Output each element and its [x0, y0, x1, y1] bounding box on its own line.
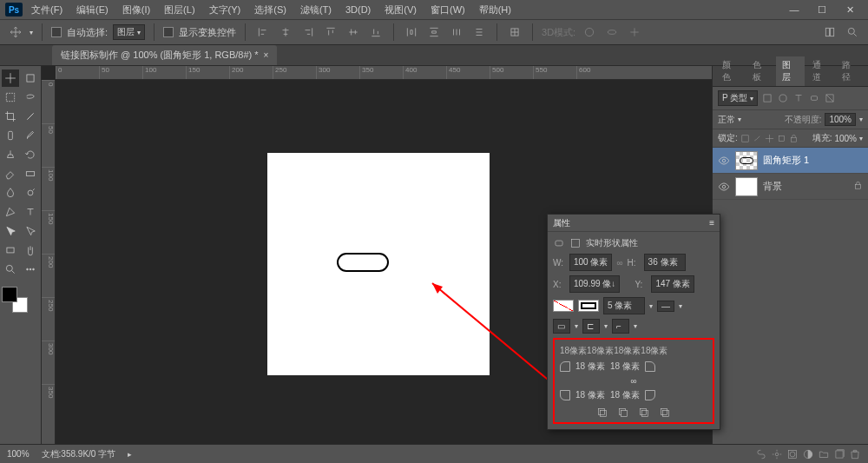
ruler-vertical[interactable]: 0 50 100 150 200 250 300 350	[42, 80, 56, 444]
lock-position-icon[interactable]	[765, 134, 774, 143]
stroke-corner-dropdown[interactable]: ⌐	[612, 319, 629, 334]
dodge-tool[interactable]	[22, 184, 39, 202]
gradient-tool[interactable]	[22, 165, 39, 182]
properties-panel[interactable]: 属性 ≡ 实时形状属性 W: 100 像素 ∞ H: 36 像素 X: 109.…	[547, 214, 720, 430]
path-exclude-icon[interactable]	[659, 407, 671, 419]
search-icon[interactable]	[844, 23, 861, 41]
lock-all-icon[interactable]	[789, 134, 799, 143]
corner-tr-field[interactable]: 18 像素	[610, 360, 640, 373]
path-combine-icon[interactable]	[596, 407, 608, 419]
artboard-tool[interactable]	[22, 69, 39, 87]
rectangle-tool[interactable]	[2, 241, 19, 259]
3d-rotate-icon[interactable]	[581, 23, 598, 41]
menu-window[interactable]: 窗口(W)	[425, 2, 470, 18]
menu-help[interactable]: 帮助(H)	[474, 2, 516, 18]
filter-type-icon[interactable]	[792, 92, 805, 104]
height-field[interactable]: 36 像素	[644, 254, 686, 271]
corner-br-field[interactable]: 18 像素	[610, 389, 640, 401]
panel-tab-layers[interactable]: 图层	[776, 56, 805, 86]
lock-trans-icon[interactable]	[740, 134, 750, 143]
foreground-color-swatch[interactable]	[2, 287, 17, 302]
menu-edit[interactable]: 编辑(E)	[71, 2, 114, 18]
clone-stamp-tool[interactable]	[2, 146, 19, 163]
move-tool[interactable]	[2, 69, 19, 87]
move-tool-icon[interactable]	[7, 23, 24, 41]
corner-tl-field[interactable]: 18 像素	[575, 360, 605, 373]
distribute-v-icon[interactable]	[425, 23, 443, 41]
menu-file[interactable]: 文件(F)	[26, 2, 68, 18]
align-vcenter-icon[interactable]	[345, 23, 362, 41]
opacity-value[interactable]: 100%	[825, 113, 856, 126]
layer-row[interactable]: 背景	[713, 174, 868, 200]
distribute-h-icon[interactable]	[403, 23, 420, 41]
document-tab-close-icon[interactable]: ×	[264, 50, 269, 60]
align-top-icon[interactable]	[322, 23, 339, 41]
auto-select-target-dropdown[interactable]: 图层 ▾	[113, 24, 145, 40]
history-brush-tool[interactable]	[22, 146, 39, 163]
align-bottom-icon[interactable]	[367, 23, 385, 41]
pen-tool[interactable]	[2, 203, 19, 221]
path-select-tool[interactable]	[2, 222, 19, 240]
panel-menu-icon[interactable]: ≡	[709, 218, 714, 228]
new-adjustment-icon[interactable]	[802, 448, 814, 460]
lock-pixels-icon[interactable]	[753, 134, 762, 143]
fill-swatch[interactable]	[553, 300, 574, 312]
maximize-button[interactable]: ☐	[812, 4, 832, 16]
auto-align-icon[interactable]	[506, 23, 523, 41]
tool-preset-dropdown-icon[interactable]: ▾	[30, 29, 33, 36]
workspace-switcher-icon[interactable]	[821, 23, 838, 41]
stroke-width-field[interactable]: 5 像素	[603, 297, 645, 314]
add-mask-icon[interactable]	[786, 448, 799, 460]
new-layer-icon[interactable]	[833, 448, 845, 460]
document-info[interactable]: 文档:358.9K/0 字节	[42, 448, 116, 460]
stroke-swatch[interactable]	[578, 300, 599, 312]
marquee-tool[interactable]	[2, 89, 19, 106]
zoom-tool[interactable]	[2, 261, 19, 278]
menu-select[interactable]: 选择(S)	[249, 2, 292, 18]
color-swatches[interactable]	[2, 287, 28, 313]
menu-3d[interactable]: 3D(D)	[340, 3, 376, 17]
layer-thumbnail[interactable]	[735, 177, 758, 196]
menu-image[interactable]: 图像(I)	[117, 2, 155, 18]
filter-pixel-icon[interactable]	[761, 92, 773, 104]
stroke-type-dropdown[interactable]: —	[657, 301, 674, 312]
3d-roll-icon[interactable]	[603, 23, 621, 41]
brush-tool[interactable]	[22, 127, 39, 144]
link-layers-icon[interactable]	[755, 448, 767, 460]
ruler-horizontal[interactable]: 0 50 100 150 200 250 300 350 400 450 500…	[56, 66, 712, 80]
3d-pan-icon[interactable]	[626, 23, 643, 41]
layer-kind-filter[interactable]: P 类型 ▾	[718, 90, 758, 106]
layer-style-icon[interactable]	[771, 448, 783, 460]
distribute-v2-icon[interactable]	[470, 23, 488, 41]
chevron-down-icon[interactable]: ▾	[575, 322, 578, 330]
x-field[interactable]: 109.99 像↓	[569, 275, 620, 293]
chevron-down-icon[interactable]: ▾	[604, 322, 608, 330]
eraser-tool[interactable]	[2, 165, 19, 182]
crop-tool[interactable]	[2, 108, 19, 125]
lasso-tool[interactable]	[22, 89, 39, 106]
link-corners-icon[interactable]: ∞	[623, 376, 644, 386]
spot-heal-tool[interactable]	[2, 127, 19, 144]
auto-select-checkbox[interactable]	[51, 27, 62, 37]
corner-bl-field[interactable]: 18 像素	[575, 389, 605, 401]
zoom-level[interactable]: 100%	[7, 449, 30, 459]
stroke-align-dropdown[interactable]: ▭	[553, 319, 570, 334]
chevron-down-icon[interactable]: ▾	[859, 116, 863, 123]
align-left-icon[interactable]	[254, 23, 272, 41]
status-arrow-icon[interactable]: ▸	[128, 450, 132, 459]
panel-tab-paths[interactable]: 路径	[836, 56, 865, 86]
fill-value[interactable]: 100%	[834, 134, 857, 143]
panel-tab-channels[interactable]: 通道	[806, 56, 835, 86]
menu-filter[interactable]: 滤镜(T)	[295, 2, 337, 18]
chevron-down-icon[interactable]: ▾	[679, 302, 682, 310]
filter-shape-icon[interactable]	[808, 92, 820, 104]
path-subtract-icon[interactable]	[617, 407, 629, 419]
show-transform-checkbox[interactable]	[163, 27, 174, 37]
panel-tab-color[interactable]: 颜色	[716, 56, 745, 86]
blend-mode-dropdown[interactable]: 正常 ▾	[718, 114, 781, 126]
layer-row[interactable]: 圆角矩形 1	[713, 148, 868, 174]
layer-thumbnail[interactable]	[735, 151, 758, 170]
distribute-h2-icon[interactable]	[448, 23, 465, 41]
hand-tool[interactable]	[22, 241, 39, 259]
y-field[interactable]: 147 像素	[651, 275, 694, 293]
